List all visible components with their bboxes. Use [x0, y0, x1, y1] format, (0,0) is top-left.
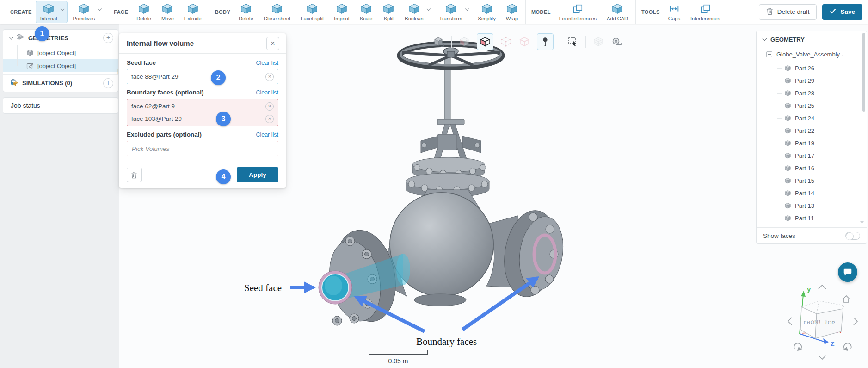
- delete-body-button[interactable]: Delete: [234, 1, 258, 23]
- nav-z-axis-label: Z: [831, 340, 835, 348]
- close-sheet-button[interactable]: Close sheet: [259, 1, 295, 23]
- excluded-parts-clear-link[interactable]: Clear list: [256, 131, 278, 138]
- scale-button[interactable]: Scale: [355, 1, 377, 23]
- delete-draft-button[interactable]: Delete draft: [759, 4, 817, 20]
- seed-face-clear-link[interactable]: Clear list: [256, 60, 278, 66]
- part-cube-icon: [784, 202, 791, 209]
- geometries-stack-icon: [17, 33, 25, 43]
- chevron-down-icon: [426, 6, 430, 10]
- imprint-icon: [336, 3, 348, 15]
- close-dialog-button[interactable]: ×: [266, 37, 279, 50]
- fix-interferences-icon: [572, 3, 584, 15]
- extrude-face-button[interactable]: Extrude: [179, 1, 206, 23]
- select-face-icon[interactable]: [477, 33, 493, 50]
- remove-face-button[interactable]: ×: [265, 102, 274, 111]
- part-label: Part 16: [795, 165, 814, 172]
- part-tree-item[interactable]: Part 19: [757, 137, 867, 150]
- part-tree-item[interactable]: Part 29: [757, 75, 867, 87]
- part-label: Part 29: [795, 77, 814, 84]
- move-face-button[interactable]: Move: [157, 1, 179, 23]
- fix-interferences-button[interactable]: Fix interferences: [554, 1, 601, 23]
- part-tree-item[interactable]: Part 24: [757, 112, 867, 125]
- parts-scrollbar[interactable]: [862, 33, 865, 112]
- dialog-body: Seed face Clear list face 88@Part 29 × B…: [119, 54, 286, 156]
- step-badge-2: 2: [211, 70, 226, 85]
- part-tree-item[interactable]: Part 11: [757, 212, 867, 225]
- show-faces-toggle[interactable]: [845, 232, 860, 240]
- part-tree-item[interactable]: Part 15: [757, 175, 867, 187]
- part-tree-item[interactable]: Part 22: [757, 125, 867, 137]
- part-tree-item[interactable]: Part 16: [757, 162, 867, 175]
- geometry-header[interactable]: GEOMETRY: [757, 31, 867, 48]
- part-tree-item[interactable]: Part 28: [757, 87, 867, 100]
- save-button[interactable]: Save: [822, 4, 862, 20]
- primitives-button[interactable]: Primitives: [68, 1, 105, 23]
- part-tree-item[interactable]: Part 25: [757, 100, 867, 112]
- toolbar-section-body: BODY: [215, 9, 230, 15]
- assembly-tree-item[interactable]: Globe_Valve_Assembly - ...: [757, 48, 867, 61]
- select-vertex-icon[interactable]: [500, 36, 512, 48]
- remove-face-button[interactable]: ×: [265, 73, 274, 81]
- delete-face-button[interactable]: Delete: [132, 1, 156, 23]
- part-cube-icon: [784, 165, 791, 172]
- internal-button[interactable]: Internal: [36, 1, 68, 23]
- toolbar-group-tools: TOOLS Gaps: [635, 0, 727, 24]
- add-cad-icon: [611, 3, 623, 15]
- extrude-face-icon: [187, 3, 199, 15]
- simulations-section-header[interactable]: SIMULATIONS (0) +: [3, 74, 118, 92]
- transform-button[interactable]: Transform: [435, 1, 473, 23]
- part-cube-icon: [784, 190, 791, 197]
- toolbar-section-model: MODEL: [531, 9, 551, 15]
- facet-split-button[interactable]: Facet split: [296, 1, 328, 23]
- toolbar-section-tools: TOOLS: [641, 9, 660, 15]
- pick-point-icon[interactable]: [537, 33, 554, 50]
- split-button[interactable]: Split: [378, 1, 399, 23]
- split-icon: [382, 3, 394, 15]
- add-cad-button[interactable]: Add CAD: [602, 1, 633, 23]
- chevron-down-icon: [98, 6, 102, 10]
- part-tree-item[interactable]: Part 14: [757, 187, 867, 200]
- apply-button[interactable]: Apply: [237, 167, 278, 182]
- wrap-button[interactable]: Wrap: [501, 1, 523, 23]
- toolbar-separator: [451, 36, 452, 48]
- collapse-icon[interactable]: [766, 51, 772, 57]
- add-simulation-button[interactable]: +: [103, 78, 113, 88]
- box-select-icon[interactable]: [567, 36, 579, 48]
- dialog-footer: Apply: [119, 162, 286, 188]
- show-mesh-icon[interactable]: [592, 36, 604, 48]
- geometry-item-label: [object Object]: [37, 62, 76, 69]
- boundary-faces-list[interactable]: face 62@Part 9 × face 103@Part 29 ×: [127, 99, 278, 126]
- boolean-button[interactable]: Boolean: [400, 1, 433, 23]
- part-label: Part 11: [795, 215, 814, 222]
- select-face-secondary-icon[interactable]: [458, 36, 470, 48]
- boundary-faces-annotation: Boundary faces: [416, 336, 477, 347]
- interferences-button[interactable]: Interferences: [686, 1, 725, 23]
- geometry-tree-item[interactable]: [object Object]: [3, 46, 118, 59]
- boundary-faces-clear-link[interactable]: Clear list: [256, 89, 278, 96]
- seed-face-highlight[interactable]: [319, 271, 352, 304]
- part-tree-item[interactable]: Part 26: [757, 62, 867, 75]
- transform-icon: [445, 3, 457, 15]
- part-label: Part 24: [795, 115, 814, 122]
- add-geometry-button[interactable]: +: [103, 33, 113, 43]
- part-cube-icon: [784, 102, 791, 109]
- imprint-button[interactable]: Imprint: [329, 1, 354, 23]
- part-tree-item[interactable]: Part 17: [757, 150, 867, 162]
- seed-face-list[interactable]: face 88@Part 29 ×: [127, 69, 278, 84]
- select-body-icon[interactable]: [518, 36, 530, 48]
- part-tree-item[interactable]: Part 13: [757, 200, 867, 212]
- select-solid-icon[interactable]: [433, 36, 445, 48]
- geometries-section-header[interactable]: GEOMETRIES +: [3, 30, 118, 46]
- measure-icon[interactable]: [611, 36, 623, 48]
- part-cube-icon: [784, 77, 791, 84]
- simplify-button[interactable]: Simplify: [473, 1, 500, 23]
- job-status-panel[interactable]: Job status: [3, 97, 118, 114]
- gaps-button[interactable]: Gaps: [664, 1, 685, 23]
- geometry-tree-item[interactable]: [object Object]: [3, 59, 118, 72]
- support-chat-button[interactable]: [838, 262, 857, 282]
- delete-operation-button[interactable]: [127, 168, 142, 182]
- geometry-header-label: GEOMETRY: [770, 36, 805, 43]
- remove-face-button[interactable]: ×: [265, 115, 274, 123]
- chevron-down-icon: [465, 6, 469, 10]
- excluded-parts-input[interactable]: [127, 141, 278, 156]
